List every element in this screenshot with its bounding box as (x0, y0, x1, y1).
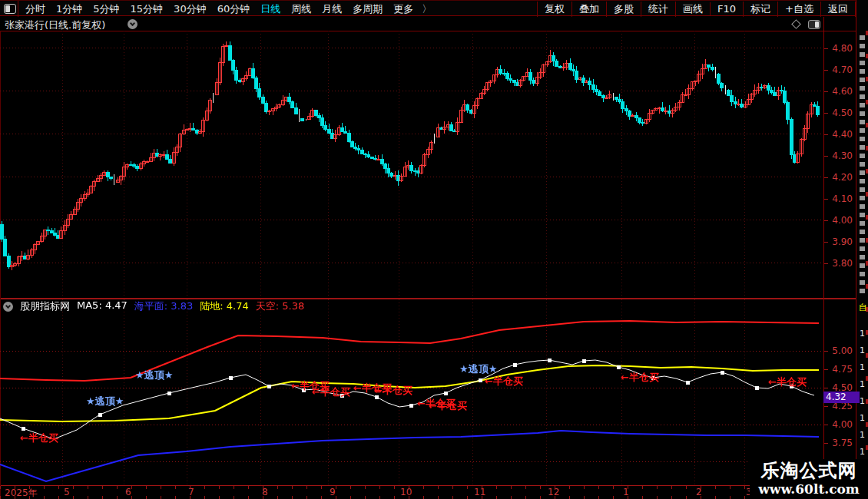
stock-app-window: 分时1分钟5分钟15分钟30分钟60分钟日线周线月线多周期更多〉 复权叠加多股统… (0, 0, 868, 499)
indicator-axis-tick (824, 443, 828, 444)
price-axis-tick (824, 134, 828, 135)
indicator-axis-tick (824, 369, 828, 370)
price-axis-label: 3.90 (826, 236, 853, 247)
price-axis-label: 4.00 (826, 215, 853, 226)
price-axis-label: 4.50 (826, 107, 853, 118)
bottom-sub-ticks (0, 496, 856, 499)
toolbar-button-多股[interactable]: 多股 (606, 2, 641, 17)
toolbar-right-buttons: 复权叠加多股统计画线F10标记+自选返回 (537, 1, 856, 17)
indicator-value-天空: 天空: 5.38 (256, 299, 304, 313)
price-axis-label: 4.60 (826, 86, 853, 97)
layout-window-icon[interactable] (4, 4, 16, 14)
price-axis-tick (824, 48, 828, 49)
indicator-chart[interactable] (0, 299, 823, 485)
indicator-name: 股朋指标网 (20, 299, 70, 313)
toolbar-button-+自选[interactable]: +自选 (777, 2, 820, 17)
toolbar-button-标记[interactable]: 标记 (743, 2, 777, 17)
axis-separator (823, 17, 824, 499)
period-tab-日线[interactable]: 日线 (255, 2, 286, 16)
period-tab-5分钟[interactable]: 5分钟 (88, 2, 124, 16)
period-tab-周线[interactable]: 周线 (286, 2, 316, 16)
toolbar-button-复权[interactable]: 复权 (537, 2, 571, 17)
indicator-values: MA5: 4.47海平面: 3.83陆地: 4.74天空: 5.38 (77, 299, 304, 313)
price-axis-label: 4.80 (826, 43, 853, 54)
diamond-icon[interactable] (791, 19, 801, 29)
period-tab-月线[interactable]: 月线 (316, 2, 347, 16)
indicator-header: 股朋指标网 MA5: 4.47海平面: 3.83陆地: 4.74天空: 5.38 (3, 300, 304, 312)
indicator-value-MA5: MA5: 4.47 (77, 299, 128, 313)
period-tabs: 分时1分钟5分钟15分钟30分钟60分钟日线周线月线多周期更多〉 (20, 1, 435, 17)
price-axis-tick (824, 199, 828, 200)
indicator-axis-tick (824, 406, 828, 407)
indicator-axis-label: 4.75 (826, 364, 853, 375)
price-axis-label: 4.40 (826, 129, 853, 140)
price-axis-tick (824, 113, 828, 114)
main-price-chart[interactable] (0, 31, 823, 298)
period-tab-15分钟[interactable]: 15分钟 (125, 2, 169, 16)
toolbar-divider (18, 1, 18, 17)
period-tab-更多[interactable]: 更多 (388, 2, 419, 16)
toolbar-button-叠加[interactable]: 叠加 (571, 2, 606, 17)
toolbar-button-返回[interactable]: 返回 (820, 2, 856, 17)
price-axis-tick (824, 91, 828, 92)
price-axis-label: 4.20 (826, 172, 853, 183)
indicator-value-陆地: 陆地: 4.74 (200, 299, 248, 313)
price-axis-tick (824, 177, 828, 178)
right-clipped-strip: 自 1 1 1 1 1 1 1 1 1 (856, 0, 868, 499)
price-axis-label: 4.10 (826, 193, 853, 204)
current-value-badge: 4.32 (823, 392, 860, 403)
split-window-icon[interactable] (808, 20, 820, 29)
indicator-collapse-icon[interactable] (3, 302, 13, 312)
price-axis-label: 3.80 (826, 258, 853, 269)
indicator-axis-tick (824, 425, 828, 425)
indicator-axis-label: 5.00 (826, 345, 853, 356)
price-axis-tick (824, 220, 828, 221)
indicator-axis-label: 4.00 (826, 419, 853, 430)
indicator-value-海平面: 海平面: 3.83 (134, 299, 193, 313)
period-tab-30分钟[interactable]: 30分钟 (168, 2, 212, 16)
watermark-url: www.60lt.com (750, 482, 868, 497)
price-axis-label: 4.70 (826, 64, 853, 75)
date-axis-ticks (0, 486, 856, 489)
clipped-char: 自 (859, 302, 867, 313)
price-axis-tick (824, 70, 828, 71)
top-toolbar: 分时1分钟5分钟15分钟30分钟60分钟日线周线月线多周期更多〉 复权叠加多股统… (0, 0, 868, 16)
period-tab-多周期[interactable]: 多周期 (347, 2, 388, 16)
indicator-axis-tick (824, 351, 828, 352)
watermark: 乐淘公式网 www.60lt.com (750, 459, 868, 499)
indicator-axis-tick (824, 388, 828, 388)
title-chevron-down-icon[interactable] (128, 19, 137, 29)
watermark-site-name: 乐淘公式网 (750, 459, 868, 482)
toolbar-button-统计[interactable]: 统计 (641, 2, 675, 17)
more-chevron-icon[interactable]: 〉 (419, 2, 435, 16)
price-axis-label: 4.30 (826, 150, 853, 161)
title-bar: 张家港行(日线.前复权) (0, 17, 823, 31)
period-tab-1分钟[interactable]: 1分钟 (51, 2, 88, 16)
period-tab-60分钟[interactable]: 60分钟 (212, 2, 256, 16)
price-axis-tick (824, 263, 828, 264)
price-axis-tick (824, 242, 828, 243)
toolbar-button-画线[interactable]: 画线 (675, 2, 710, 17)
price-axis-tick (824, 156, 828, 157)
period-tab-分时[interactable]: 分时 (20, 2, 51, 16)
toolbar-button-F10[interactable]: F10 (710, 2, 743, 15)
indicator-axis-label: 3.75 (826, 438, 853, 448)
clipped-vertical-text (860, 35, 865, 293)
